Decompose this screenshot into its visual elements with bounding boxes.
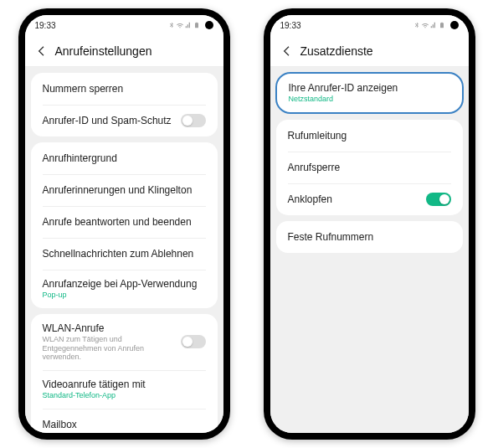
settings-list[interactable]: Ihre Anrufer-ID anzeigen Netzstandard Ru… (270, 67, 469, 433)
row-label: Anrufsperre (288, 162, 451, 173)
row-label: Nummern sperren (43, 83, 206, 95)
chevron-left-icon (280, 44, 294, 58)
row-call-display-in-app[interactable]: Anrufanzeige bei App-Verwendung Pop-up (31, 270, 218, 308)
row-label: Anklopfen (288, 193, 426, 205)
row-sublabel: WLAN zum Tätigen und Entgegennehmen von … (43, 335, 181, 362)
wifi-icon (422, 22, 429, 28)
row-fixed-dialing-numbers[interactable]: Feste Rufnummern (276, 221, 463, 253)
row-caller-id-spam[interactable]: Anrufer-ID und Spam-Schutz (31, 105, 218, 136)
page-title: Anrufeinstellungen (55, 44, 152, 58)
row-sublabel: Standard-Telefon-App (43, 391, 206, 400)
row-video-calls-with[interactable]: Videoanrufe tätigen mit Standard-Telefon… (31, 370, 218, 409)
group-blocking: Nummern sperren Anrufer-ID und Spam-Schu… (31, 73, 218, 136)
status-right (413, 21, 459, 29)
page-title: Zusatzdienste (300, 44, 373, 58)
camera-hole (205, 21, 213, 29)
row-label: Anrufe beantworten und beenden (43, 216, 206, 228)
battery-icon (193, 22, 200, 28)
status-bar: 19:33 (25, 15, 223, 35)
row-label: Mailbox (43, 419, 206, 430)
row-label: Anruferinnerungen und Klingelton (43, 184, 206, 196)
status-time: 19:33 (280, 21, 301, 30)
row-sublabel: Netzstandard (289, 95, 450, 104)
row-call-waiting[interactable]: Anklopfen (276, 183, 463, 215)
group-call-settings: Anrufhintergrund Anruferinnerungen und K… (31, 142, 218, 308)
phone-left: 19:33 Anrufeinstellungen Nummern sper (18, 8, 230, 440)
row-call-background[interactable]: Anrufhintergrund (31, 142, 218, 174)
row-show-caller-id[interactable]: Ihre Anrufer-ID anzeigen Netzstandard (277, 74, 462, 112)
group-caller-id-highlight: Ihre Anrufer-ID anzeigen Netzstandard (275, 72, 464, 114)
row-voicemail[interactable]: Mailbox (31, 409, 218, 433)
row-sublabel: Pop-up (43, 291, 206, 300)
status-icons (168, 22, 200, 28)
signal-icon (185, 22, 192, 28)
toggle-caller-id-spam[interactable] (181, 114, 206, 127)
camera-hole (450, 21, 459, 29)
group-fixed-dialing: Feste Rufnummern (276, 221, 463, 253)
row-label: Videoanrufe tätigen mit (43, 378, 206, 390)
row-quick-decline-messages[interactable]: Schnellnachrichten zum Ablehnen (31, 238, 218, 270)
group-call-services: Rufumleitung Anrufsperre Anklopfen (276, 120, 463, 215)
toggle-wifi-calling[interactable] (181, 335, 206, 348)
battery-icon (439, 22, 445, 28)
row-label: Feste Rufnummern (288, 231, 451, 243)
row-label: Anrufhintergrund (43, 152, 206, 164)
status-icons (413, 22, 445, 28)
settings-list[interactable]: Nummern sperren Anrufer-ID und Spam-Schu… (25, 67, 223, 433)
app-bar: Anrufeinstellungen (25, 35, 223, 67)
row-label: Anrufanzeige bei App-Verwendung (43, 278, 206, 290)
row-label: Rufumleitung (288, 130, 451, 142)
toggle-call-waiting[interactable] (426, 193, 451, 206)
row-label: Schnellnachrichten zum Ablehnen (43, 248, 206, 260)
screen: 19:33 Zusatzdienste Ihre (270, 15, 469, 433)
row-call-barring[interactable]: Anrufsperre (276, 152, 463, 183)
bluetooth-icon (168, 22, 175, 28)
chevron-left-icon (35, 44, 49, 58)
signal-icon (430, 22, 437, 28)
status-bar: 19:33 (270, 15, 469, 35)
status-right (168, 21, 213, 29)
wifi-icon (177, 22, 183, 28)
row-wifi-calling[interactable]: WLAN-Anrufe WLAN zum Tätigen und Entgege… (31, 314, 218, 370)
bluetooth-icon (413, 22, 420, 28)
row-call-alerts-ringtone[interactable]: Anruferinnerungen und Klingelton (31, 174, 218, 206)
row-answer-end-calls[interactable]: Anrufe beantworten und beenden (31, 206, 218, 238)
back-button[interactable] (275, 39, 299, 63)
phone-right: 19:33 Zusatzdienste Ihre (264, 8, 475, 440)
row-call-forwarding[interactable]: Rufumleitung (276, 120, 463, 152)
row-label: WLAN-Anrufe (43, 322, 181, 334)
status-time: 19:33 (35, 21, 56, 30)
app-bar: Zusatzdienste (270, 35, 469, 67)
back-button[interactable] (30, 39, 54, 63)
row-label: Anrufer-ID und Spam-Schutz (43, 115, 181, 126)
row-label: Ihre Anrufer-ID anzeigen (289, 82, 450, 94)
group-network-calls: WLAN-Anrufe WLAN zum Tätigen und Entgege… (31, 314, 218, 433)
screen: 19:33 Anrufeinstellungen Nummern sper (25, 15, 223, 433)
row-block-numbers[interactable]: Nummern sperren (31, 73, 218, 105)
